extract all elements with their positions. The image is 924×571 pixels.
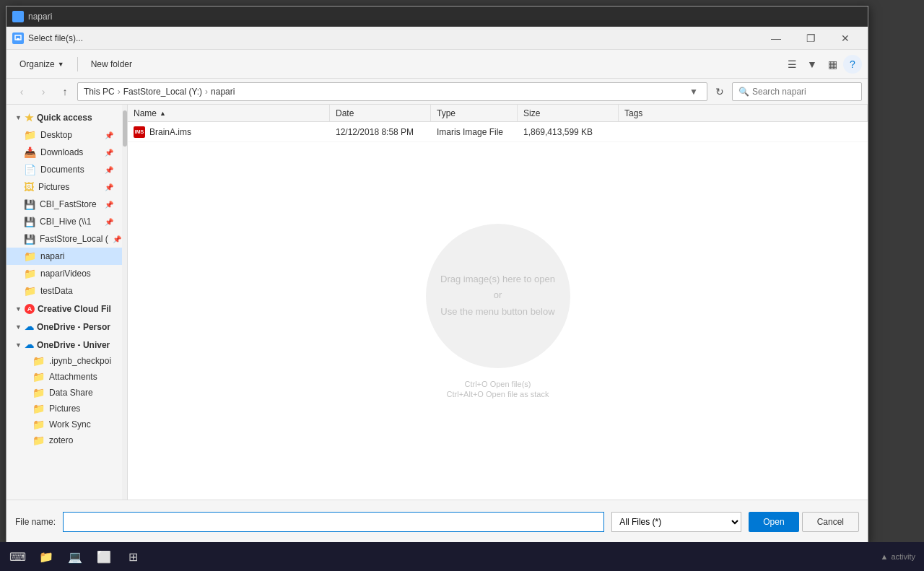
organize-button[interactable]: Organize ▼ xyxy=(12,54,71,74)
column-headers: Name ▲ Date Type Size Tags xyxy=(128,105,868,122)
creative-cloud-header[interactable]: ▼ A Creative Cloud Fil xyxy=(6,300,122,317)
sidebar-item-downloads-label: Downloads xyxy=(40,147,83,157)
sidebar-item-pictures-od[interactable]: 📁 Pictures xyxy=(6,401,122,417)
sidebar-item-work-sync-label: Work Sync xyxy=(49,419,91,430)
sidebar-item-attachments-label: Attachments xyxy=(49,372,97,382)
cancel-button[interactable]: Cancel xyxy=(802,512,859,532)
quick-access-header[interactable]: ▼ ★ Quick access xyxy=(6,108,122,126)
search-input[interactable] xyxy=(752,87,855,97)
up-button[interactable]: ↑ xyxy=(56,82,74,101)
sidebar-item-downloads[interactable]: 📥 Downloads 📌 xyxy=(6,144,122,161)
pictures-od-folder-icon: 📁 xyxy=(32,403,45,414)
sidebar-item-attachments[interactable]: 📁 Attachments xyxy=(6,369,122,385)
sidebar-item-faststore-local[interactable]: 💾 FastStore_Local ( 📌 xyxy=(6,230,122,248)
taskbar-activity[interactable]: ▲ activity xyxy=(874,552,921,561)
sidebar-item-work-sync[interactable]: 📁 Work Sync xyxy=(6,417,122,432)
back-button[interactable]: ‹ xyxy=(12,82,31,101)
cbi-hive-pin-icon: 📌 xyxy=(105,218,113,226)
taskbar-computer[interactable]: 💻 xyxy=(62,544,88,570)
pane-button[interactable]: ▦ xyxy=(823,55,842,74)
new-folder-button[interactable]: New folder xyxy=(84,54,139,74)
open-button[interactable]: Open xyxy=(749,512,798,532)
address-part-2[interactable]: napari xyxy=(211,87,235,97)
napari-videos-folder-icon: 📁 xyxy=(24,268,36,279)
sidebar-scrollbar-thumb[interactable] xyxy=(123,110,127,147)
file-name-cell: IMS BrainA.ims xyxy=(128,126,330,138)
onedrive-personal-header[interactable]: ▼ ☁ OneDrive - Persor xyxy=(6,317,122,335)
view-options-dropdown[interactable]: ▼ xyxy=(803,55,821,74)
toolbar-separator xyxy=(77,57,78,71)
documents-pin-icon: 📌 xyxy=(105,166,113,174)
col-header-type[interactable]: Type xyxy=(431,105,518,121)
activity-label: activity xyxy=(891,552,915,561)
sidebar-item-documents[interactable]: 📄 Documents 📌 xyxy=(6,161,122,178)
sidebar-scrollbar[interactable] xyxy=(122,105,128,500)
refresh-button[interactable]: ↻ xyxy=(710,82,729,101)
file-date-cell: 12/12/2018 8:58 PM xyxy=(330,127,431,137)
sidebar: ▼ ★ Quick access 📁 Desktop 📌 📥 Downloads… xyxy=(6,105,122,500)
sidebar-item-cbi-hive[interactable]: 💾 CBI_Hive (\\1 📌 xyxy=(6,213,122,230)
onedrive-univer-icon: ☁ xyxy=(25,339,34,350)
file-size-cell: 1,869,413,599 KB xyxy=(518,127,619,137)
taskbar-terminal[interactable]: ⌨ xyxy=(4,544,30,570)
address-dropdown-button[interactable]: ▼ xyxy=(687,83,701,100)
file-name-input[interactable] xyxy=(63,512,604,532)
sidebar-item-test-data[interactable]: 📁 testData xyxy=(6,282,122,300)
col-header-date[interactable]: Date xyxy=(330,105,431,121)
file-type-cell: Imaris Image File xyxy=(431,127,518,137)
onedrive-univer-arrow: ▼ xyxy=(15,341,22,349)
sidebar-item-faststore-local-label: FastStore_Local ( xyxy=(40,234,108,244)
quick-access-arrow: ▼ xyxy=(15,114,22,121)
sidebar-item-napari-videos-label: napariVideos xyxy=(40,269,91,279)
address-bar[interactable]: This PC › FastStore_Local (Y:) › napari … xyxy=(77,82,707,101)
taskbar-grid[interactable]: ⊞ xyxy=(120,544,146,570)
address-path: This PC › FastStore_Local (Y:) › napari xyxy=(84,87,235,97)
sidebar-item-cbi-faststore[interactable]: 💾 CBI_FastStore 📌 xyxy=(6,196,122,213)
file-list[interactable]: IMS BrainA.ims 12/12/2018 8:58 PM Imaris… xyxy=(128,122,868,500)
table-row[interactable]: IMS BrainA.ims 12/12/2018 8:58 PM Imaris… xyxy=(128,122,868,142)
help-button[interactable]: ? xyxy=(843,55,862,74)
minimize-button[interactable]: — xyxy=(759,27,793,50)
sidebar-item-pictures-label: Pictures xyxy=(38,182,69,192)
sidebar-item-pictures-od-label: Pictures xyxy=(49,404,80,414)
col-header-name[interactable]: Name ▲ xyxy=(128,105,330,121)
test-data-folder-icon: 📁 xyxy=(24,285,36,297)
file-dialog: napari Select file(s)... — ❐ ✕ Organize … xyxy=(6,6,868,544)
close-button[interactable]: ✕ xyxy=(829,27,862,50)
address-part-1[interactable]: FastStore_Local (Y:) xyxy=(123,87,202,97)
cbi-hive-drive-icon: 💾 xyxy=(24,217,35,227)
col-header-tags[interactable]: Tags xyxy=(619,105,868,121)
sidebar-item-data-share[interactable]: 📁 Data Share xyxy=(6,385,122,401)
file-type-select[interactable]: All Files (*) xyxy=(611,512,741,532)
sidebar-item-test-data-label: testData xyxy=(40,286,73,296)
name-sort-arrow: ▲ xyxy=(160,110,166,117)
creative-cloud-arrow: ▼ xyxy=(15,305,22,313)
sidebar-item-napari-videos[interactable]: 📁 napariVideos xyxy=(6,265,122,282)
sidebar-item-documents-label: Documents xyxy=(40,165,84,175)
onedrive-personal-label: OneDrive - Persor xyxy=(37,322,110,332)
col-header-size[interactable]: Size xyxy=(518,105,619,121)
zotero-folder-icon: 📁 xyxy=(32,435,45,446)
sidebar-item-zotero[interactable]: 📁 zotero xyxy=(6,432,122,448)
dialog-icon xyxy=(12,32,24,44)
napari-titlebar: napari xyxy=(6,6,868,27)
drag-drop-circle: Drag image(s) here to open or Use the me… xyxy=(426,224,570,368)
taskbar-folder[interactable]: 📁 xyxy=(33,544,59,570)
search-box: 🔍 xyxy=(732,82,862,101)
maximize-button[interactable]: ❐ xyxy=(794,27,827,50)
attachments-folder-icon: 📁 xyxy=(32,371,45,383)
sidebar-item-desktop[interactable]: 📁 Desktop 📌 xyxy=(6,126,122,144)
pictures-folder-icon: 🖼 xyxy=(24,181,34,193)
desktop-pin-icon: 📌 xyxy=(105,131,113,139)
titlebar-controls: — ❐ ✕ xyxy=(759,27,862,50)
sidebar-item-napari[interactable]: 📁 napari xyxy=(6,248,122,265)
forward-button[interactable]: › xyxy=(34,82,53,101)
documents-folder-icon: 📄 xyxy=(24,164,36,175)
taskbar-window[interactable]: ⬜ xyxy=(91,544,117,570)
list-view-button[interactable]: ☰ xyxy=(783,55,801,74)
onedrive-univer-header[interactable]: ▼ ☁ OneDrive - Univer xyxy=(6,335,122,353)
sidebar-item-jpynb[interactable]: 📁 .ipynb_checkpoi xyxy=(6,353,122,369)
sidebar-item-pictures[interactable]: 🖼 Pictures 📌 xyxy=(6,178,122,196)
address-part-0[interactable]: This PC xyxy=(84,87,115,97)
creative-cloud-icon: A xyxy=(25,304,35,314)
